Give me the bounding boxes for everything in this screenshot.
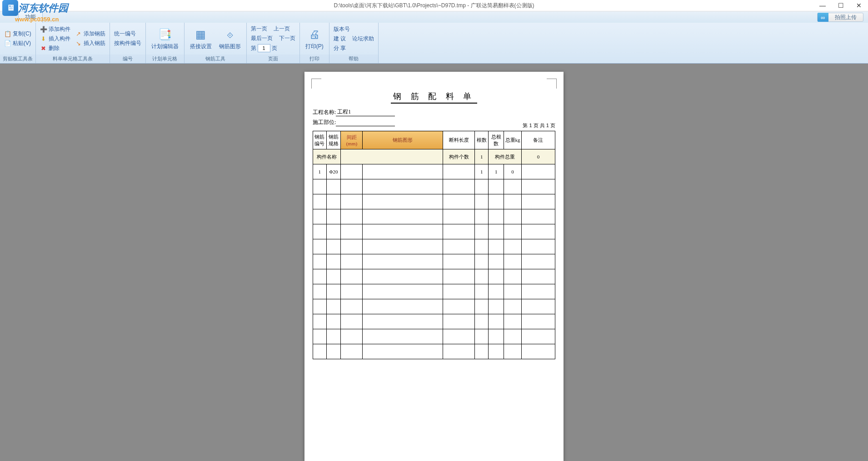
document-page: 钢 筋 配 料 单 工程名称: 工程1 施工部位: 第 1 页 共 1 页 钢筋…	[304, 72, 564, 461]
cell-num[interactable]: 1	[313, 164, 327, 179]
cell-qty[interactable]: 1	[475, 164, 489, 179]
crop-mark-tr	[547, 79, 557, 89]
group-numbering-label: 编号	[110, 55, 145, 63]
th-cut-len: 断料长度	[443, 131, 475, 149]
group-rebar-tools-label: 钢筋工具	[185, 55, 246, 63]
group-pagination: 第一页 上一页 最后一页 下一页 第 页 页面	[247, 23, 300, 63]
group-cell-tools: ➕添加构件 ⬇插入构件 ✖删除 ↗添加钢筋 ↘插入钢筋 料单单元格工具条	[36, 23, 110, 63]
cell-spec[interactable]: Φ20	[326, 164, 341, 179]
insert-rebar-icon: ↘	[75, 40, 82, 47]
group-pagination-label: 页面	[247, 55, 299, 63]
table-row	[313, 329, 555, 344]
upload-photo-label: 拍照上传	[828, 14, 863, 21]
by-component-numbering-button[interactable]: 按构件编号	[113, 39, 143, 48]
component-count[interactable]: 1	[475, 149, 489, 164]
tab-function[interactable]: 功能	[18, 11, 43, 23]
group-plan-cell-label: 计划单元格	[146, 55, 184, 63]
add-rebar-button[interactable]: ↗添加钢筋	[74, 30, 107, 38]
page-number-input[interactable]	[258, 44, 270, 52]
component-count-label: 构件个数	[443, 149, 475, 164]
group-rebar-tools: ▦ 搭接设置 ⟐ 钢筋图形 钢筋工具	[185, 23, 247, 63]
cell-len[interactable]	[443, 164, 475, 179]
suggest-button[interactable]: 建 议	[332, 35, 347, 43]
first-page-button[interactable]: 第一页	[249, 25, 269, 33]
th-total-qty: 总根数	[489, 131, 504, 149]
prev-page-button[interactable]: 上一页	[272, 25, 291, 33]
project-value[interactable]: 工程1	[336, 108, 395, 116]
table-row	[313, 209, 555, 224]
group-help-label: 帮助	[329, 55, 378, 63]
page-suffix: 页	[272, 45, 277, 52]
group-help: 版本号 建 议 论坛求助 分 享 帮助	[329, 23, 379, 63]
group-clipboard: 📋复制(C) 📄粘贴(V) 剪贴板工具条	[0, 23, 36, 63]
cell-gap[interactable]	[341, 164, 363, 179]
component-weight-label: 构件总重	[489, 149, 522, 164]
page-prefix: 第	[251, 45, 256, 52]
table-row	[313, 254, 555, 269]
table-row: 1 Φ20 1 1 0	[313, 164, 555, 179]
paste-icon: 📄	[4, 40, 11, 47]
window-title: D:\tools\桌面\河东下载站\GBT\1.0\Projects\~D97D…	[334, 2, 534, 10]
minimize-button[interactable]: —	[813, 0, 832, 11]
link-icon: ∞	[818, 13, 828, 22]
copy-button[interactable]: 📋复制(C)	[3, 30, 33, 38]
cell-shape[interactable]	[363, 164, 443, 179]
summary-row: 构件名称 构件个数 1 构件总重 0	[313, 149, 555, 164]
cell-note[interactable]	[521, 164, 555, 179]
rebar-shape-icon: ⟐	[223, 27, 237, 42]
add-component-button[interactable]: ➕添加构件	[39, 25, 72, 34]
th-shape: 钢筋图形	[363, 131, 443, 149]
print-button[interactable]: 🖨 打印(P)	[302, 25, 327, 52]
ribbon-tabs: 功能 ∞ 拍照上传	[0, 11, 868, 23]
rebar-shape-button[interactable]: ⟐ 钢筋图形	[215, 25, 244, 52]
table-row	[313, 194, 555, 209]
table-row	[313, 224, 555, 239]
upload-photo-button[interactable]: ∞ 拍照上传	[817, 13, 863, 22]
print-icon: 🖨	[307, 27, 322, 42]
component-weight: 0	[521, 149, 555, 164]
location-label: 施工部位:	[313, 119, 336, 126]
share-button[interactable]: 分 享	[332, 44, 375, 53]
unified-numbering-button[interactable]: 统一编号	[113, 30, 143, 38]
splice-icon: ▦	[194, 27, 208, 42]
next-page-button[interactable]: 下一页	[278, 34, 297, 43]
group-print: 🖨 打印(P) 打印	[300, 23, 329, 63]
delete-icon: ✖	[40, 45, 47, 52]
add-component-icon: ➕	[40, 25, 47, 33]
add-rebar-icon: ↗	[75, 30, 82, 38]
group-numbering: 统一编号 按构件编号 编号	[110, 23, 146, 63]
group-print-label: 打印	[300, 55, 329, 63]
ribbon: 📋复制(C) 📄粘贴(V) 剪贴板工具条 ➕添加构件 ⬇插入构件 ✖删除 ↗添加…	[0, 23, 868, 64]
close-button[interactable]: ✕	[850, 0, 868, 11]
crop-mark-tl	[311, 79, 321, 89]
cell-total-qty[interactable]: 1	[489, 164, 504, 179]
component-name-label: 构件名称	[313, 149, 341, 164]
workspace[interactable]: 钢 筋 配 料 单 工程名称: 工程1 施工部位: 第 1 页 共 1 页 钢筋…	[0, 64, 868, 461]
insert-rebar-button[interactable]: ↘插入钢筋	[74, 39, 107, 48]
th-qty: 根数	[475, 131, 489, 149]
maximize-button[interactable]: ☐	[832, 0, 850, 11]
group-clipboard-label: 剪贴板工具条	[0, 55, 35, 63]
project-label: 工程名称:	[313, 109, 336, 116]
table-row	[313, 299, 555, 314]
splice-settings-button[interactable]: ▦ 搭接设置	[186, 25, 215, 52]
copy-icon: 📋	[4, 30, 11, 38]
table-row	[313, 284, 555, 299]
plan-editor-icon: 📑	[158, 27, 172, 42]
cell-weight[interactable]: 0	[504, 164, 522, 179]
plan-editor-button[interactable]: 📑 计划编辑器	[148, 25, 182, 52]
last-page-button[interactable]: 最后一页	[249, 34, 274, 43]
insert-component-button[interactable]: ⬇插入构件	[39, 35, 72, 43]
version-button[interactable]: 版本号	[332, 25, 375, 34]
th-weight: 总重kg	[504, 131, 522, 149]
table-row	[313, 269, 555, 284]
th-gap: 间距(mm)	[341, 131, 363, 149]
component-name-cell[interactable]	[341, 149, 443, 164]
forum-button[interactable]: 论坛求助	[351, 35, 375, 43]
rebar-table: 钢筋编号 钢筋规格 间距(mm) 钢筋图形 断料长度 根数 总根数 总重kg 备…	[313, 131, 555, 359]
delete-button[interactable]: ✖删除	[39, 44, 72, 53]
paste-button[interactable]: 📄粘贴(V)	[3, 39, 33, 48]
location-value[interactable]	[336, 126, 395, 126]
group-plan-cell: 📑 计划编辑器 计划单元格	[146, 23, 185, 63]
title-bar: D:\tools\桌面\河东下载站\GBT\1.0\Projects\~D97D…	[0, 0, 868, 11]
